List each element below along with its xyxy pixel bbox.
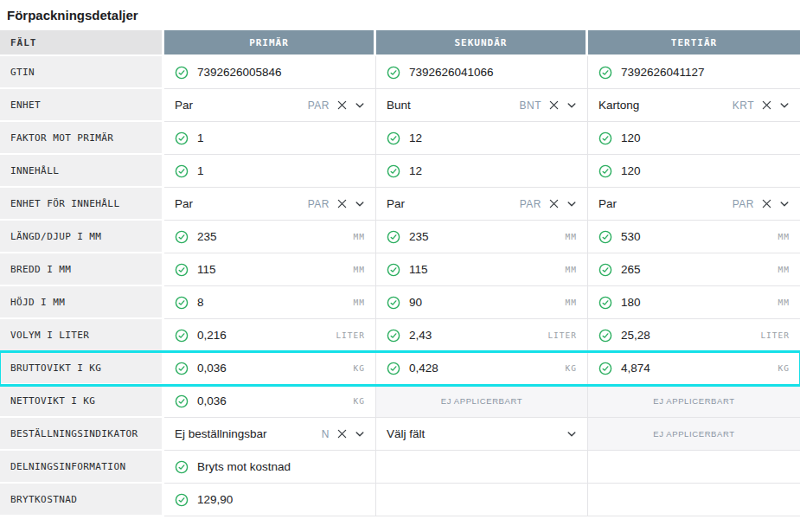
cell-nettovikt-i-kg-primar[interactable]: 0,036KG [164,385,376,418]
packaging-details-panel: Förpackningsdetaljer FÄLT PRIMÄR SEKUNDÄ… [0,0,800,532]
table-header-row: FÄLT PRIMÄR SEKUNDÄR TERTIÄR [0,30,800,56]
cell-hojd-i-mm-primar[interactable]: 8MM [164,286,376,319]
valid-check-icon [598,296,612,310]
unit-label: MM [354,298,365,307]
clear-icon[interactable] [549,199,559,208]
cell-innehall-tertiar[interactable]: 120 [588,155,800,188]
dropdown-value: Par [175,197,193,210]
cell-bredd-i-mm-tertiar[interactable]: 265MM [588,253,800,286]
field-value: 7392626041066 [409,66,494,79]
field-value: 235 [409,230,429,243]
clear-icon[interactable] [549,100,559,110]
row-label-innehall: INNEHÅLL [0,155,164,188]
dropdown-value: Par [175,99,193,112]
table-row-gtin: GTIN739262600584673926260410667392626041… [0,56,800,89]
cell-brytkostnad-primar[interactable]: 129,90 [164,484,376,516]
cell-bestallningsindikator-primar[interactable]: Ej beställningsbarN [164,418,376,451]
cell-enhet-for-innehall-sekundar[interactable]: ParPAR [376,188,588,221]
field-value: 530 [621,230,641,243]
chevron-down-icon[interactable] [566,429,577,439]
valid-check-icon [387,164,400,178]
chevron-down-icon[interactable] [779,100,790,111]
cell-hojd-i-mm-tertiar[interactable]: 180MM [588,286,800,319]
row-label-langd-djup-i-mm: LÄNGD/DJUP I MM [0,221,164,253]
chevron-down-icon[interactable] [566,100,577,111]
not-applicable-cell: EJ APPLICERBART [588,385,800,418]
cell-enhet-primar[interactable]: ParPAR [164,89,376,122]
unit-label: MM [354,265,365,274]
chevron-down-icon[interactable] [566,199,577,209]
clear-icon[interactable] [762,199,771,208]
valid-check-icon [598,66,612,80]
table-row-volym-i-liter: VOLYM I LITER0,216LITER2,43LITER25,28LIT… [0,319,800,352]
valid-check-icon [175,329,189,343]
table-row-hojd-i-mm: HÖJD I MM8MM90MM180MM [0,286,800,319]
packaging-table: FÄLT PRIMÄR SEKUNDÄR TERTIÄR GTIN7392626… [0,30,800,516]
cell-enhet-for-innehall-tertiar[interactable]: ParPAR [588,188,800,221]
field-value: 0,036 [197,394,227,407]
field-value: 120 [621,164,641,177]
valid-check-icon [598,230,612,244]
field-value: 90 [409,296,422,309]
cell-gtin-primar[interactable]: 7392626005846 [164,56,376,89]
cell-volym-i-liter-sekundar[interactable]: 2,43LITER [376,319,588,352]
clear-icon[interactable] [337,199,347,208]
cell-enhet-sekundar[interactable]: BuntBNT [376,89,588,122]
table-row-langd-djup-i-mm: LÄNGD/DJUP I MM235MM235MM530MM [0,221,800,253]
cell-bestallningsindikator-sekundar[interactable]: Välj fält [376,418,588,451]
chevron-down-icon[interactable] [355,429,365,439]
cell-bredd-i-mm-primar[interactable]: 115MM [164,253,376,286]
clear-icon[interactable] [337,429,347,439]
cell-gtin-sekundar[interactable]: 7392626041066 [376,56,588,89]
clear-icon[interactable] [762,100,771,110]
cell-bredd-i-mm-sekundar[interactable]: 115MM [376,253,588,286]
row-label-hojd-i-mm: HÖJD I MM [0,286,164,319]
field-value: 1 [197,131,204,144]
valid-check-icon [175,230,189,244]
cell-volym-i-liter-tertiar[interactable]: 25,28LITER [588,319,800,352]
cell-bruttovikt-i-kg-sekundar[interactable]: 0,428KG [376,352,588,385]
cell-innehall-sekundar[interactable]: 12 [376,155,588,188]
unit-code-label: PAR [308,99,330,112]
cell-delningsinformation-primar[interactable]: Bryts mot kostnad [164,451,376,484]
cell-enhet-for-innehall-primar[interactable]: ParPAR [164,188,376,221]
unit-label: LITER [547,330,577,340]
field-value: 0,216 [197,329,227,342]
dropdown-value: Par [387,197,405,210]
cell-innehall-primar[interactable]: 1 [164,155,376,188]
unit-code-label: KRT [733,99,754,112]
page-title: Förpackningsdetaljer [0,0,800,30]
cell-faktor-mot-primar-sekundar[interactable]: 12 [376,122,588,155]
valid-check-icon [387,230,400,244]
table-row-enhet-for-innehall: ENHET FÖR INNEHÅLLParPARParPARParPAR [0,188,800,221]
chevron-down-icon[interactable] [355,100,365,111]
cell-volym-i-liter-primar[interactable]: 0,216LITER [164,319,376,352]
table-row-faktor-mot-primar: FAKTOR MOT PRIMÄR112120 [0,122,800,155]
chevron-down-icon[interactable] [355,199,365,209]
valid-check-icon [598,263,612,277]
cell-faktor-mot-primar-primar[interactable]: 1 [164,122,376,155]
valid-check-icon [175,296,189,310]
field-value: 8 [197,296,204,309]
cell-hojd-i-mm-sekundar[interactable]: 90MM [376,286,588,319]
table-row-bredd-i-mm: BREDD I MM115MM115MM265MM [0,253,800,286]
cell-langd-djup-i-mm-primar[interactable]: 235MM [164,221,376,253]
cell-bruttovikt-i-kg-primar[interactable]: 0,036KG [164,352,376,385]
valid-check-icon [387,131,400,145]
cell-gtin-tertiar[interactable]: 7392626041127 [588,56,800,89]
unit-label: MM [778,265,790,274]
valid-check-icon [175,394,189,408]
clear-icon[interactable] [337,100,347,110]
cell-langd-djup-i-mm-sekundar[interactable]: 235MM [376,221,588,253]
cell-enhet-tertiar[interactable]: KartongKRT [588,89,800,122]
unit-label: KG [566,363,577,373]
unit-label: MM [566,232,577,241]
field-value: 1 [197,164,204,177]
table-row-enhet: ENHETParPARBuntBNTKartongKRT [0,89,800,122]
cell-faktor-mot-primar-tertiar[interactable]: 120 [588,122,800,155]
cell-bruttovikt-i-kg-tertiar[interactable]: 4,874KG [588,352,800,385]
column-header-tertiar: TERTIÄR [588,30,800,56]
chevron-down-icon[interactable] [779,199,790,209]
cell-langd-djup-i-mm-tertiar[interactable]: 530MM [588,221,800,253]
table-row-bruttovikt-i-kg: BRUTTOVIKT I KG0,036KG0,428KG4,874KG [0,352,800,385]
